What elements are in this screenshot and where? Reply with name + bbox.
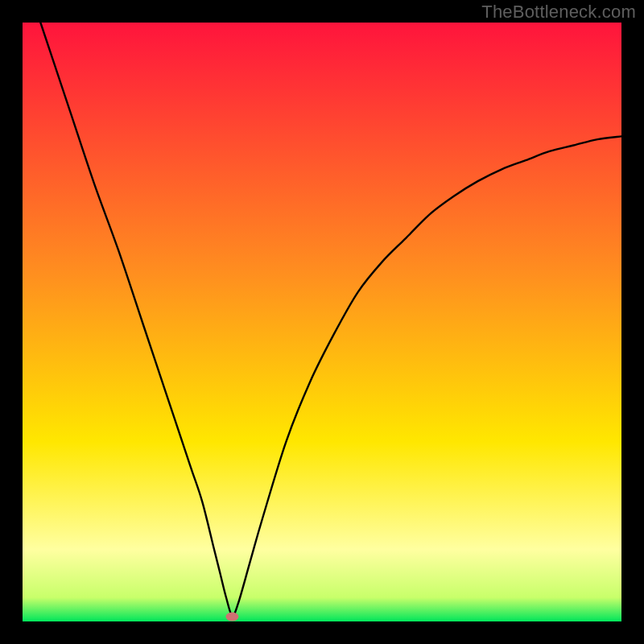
bottleneck-chart — [0, 0, 644, 644]
plot-area — [23, 23, 621, 621]
outer-frame: TheBottleneck.com — [0, 0, 644, 644]
optimal-point-marker — [225, 613, 238, 621]
watermark-text: TheBottleneck.com — [481, 2, 636, 23]
